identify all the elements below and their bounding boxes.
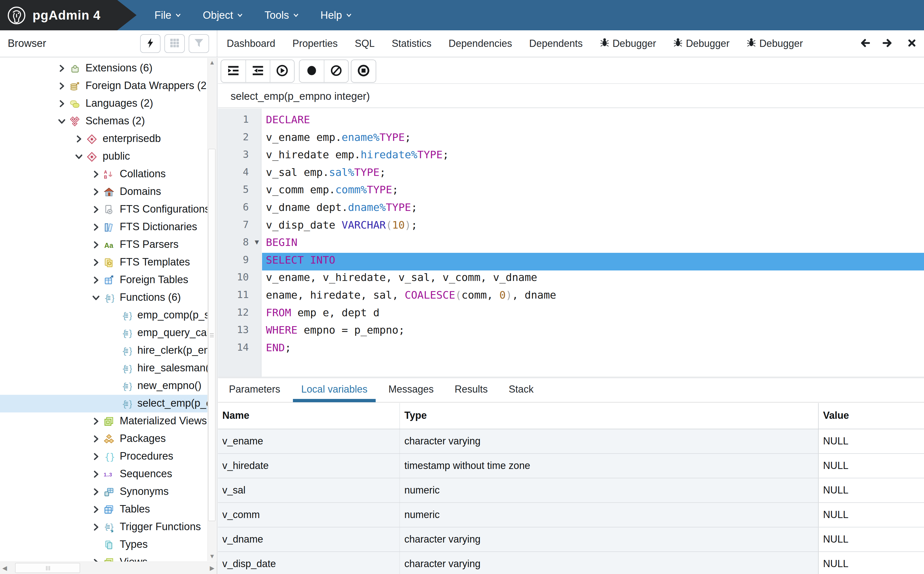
- gutter-line-number[interactable]: 12: [237, 307, 249, 318]
- tree-item-languages-2[interactable]: Languages (2): [0, 95, 208, 112]
- scroll-up-icon[interactable]: ▲: [208, 58, 216, 67]
- tab-dashboard[interactable]: Dashboard: [227, 38, 275, 49]
- tree-item-functions-6[interactable]: {}Functions (6): [0, 289, 208, 307]
- clear-breakpoints-button[interactable]: [324, 60, 348, 82]
- panel-tab-stack[interactable]: Stack: [500, 378, 542, 402]
- tree-item-sequences[interactable]: 1..3Sequences: [0, 465, 208, 483]
- panel-tab-messages[interactable]: Messages: [380, 378, 442, 402]
- forward-button[interactable]: [881, 36, 895, 51]
- tree-item-procedures[interactable]: {}Procedures: [0, 448, 208, 465]
- chevron-right-icon[interactable]: [91, 205, 101, 214]
- back-button[interactable]: [857, 36, 872, 51]
- chevron-right-icon[interactable]: [57, 63, 67, 73]
- tree-item-trigger-functions[interactable]: {}Trigger Functions: [0, 518, 208, 536]
- continue-button[interactable]: [270, 60, 294, 82]
- stop-button[interactable]: [351, 60, 376, 82]
- quick-search-button[interactable]: [140, 34, 161, 53]
- cell-value[interactable]: NULL: [818, 478, 924, 502]
- gutter-line-number[interactable]: 9: [243, 254, 249, 265]
- tree-item-foreign-data-wrappers-2[interactable]: Foreign Data Wrappers (2: [0, 77, 208, 95]
- gutter-line-number[interactable]: 8: [243, 236, 249, 248]
- cell-value[interactable]: NULL: [818, 503, 924, 527]
- tree-item-fts-dictionaries[interactable]: FTS Dictionaries: [0, 218, 208, 236]
- close-button[interactable]: [905, 36, 919, 51]
- gutter-line-number[interactable]: 13: [237, 324, 249, 335]
- gutter-line-number[interactable]: 7: [243, 219, 249, 230]
- gutter-line-number[interactable]: 1: [243, 114, 249, 125]
- tree-item-schemas-2[interactable]: Schemas (2): [0, 112, 208, 130]
- step-over-button[interactable]: [245, 60, 270, 82]
- tab-debugger[interactable]: Debugger: [673, 38, 730, 50]
- panel-tab-results[interactable]: Results: [446, 378, 496, 402]
- toggle-breakpoint-button[interactable]: [300, 60, 324, 82]
- tab-sql[interactable]: SQL: [355, 38, 374, 49]
- gutter-line-number[interactable]: 5: [243, 184, 249, 195]
- breakpoint-marker-icon[interactable]: ▼: [253, 238, 261, 246]
- filter-button[interactable]: [189, 34, 209, 53]
- tree-item-select-emp-p-e[interactable]: {}select_emp(p_e: [0, 395, 208, 412]
- tree-item-fts-parsers[interactable]: AaFTS Parsers: [0, 236, 208, 254]
- tree-item-emp-comp-p-s[interactable]: {}emp_comp(p_s: [0, 307, 208, 324]
- chevron-right-icon[interactable]: [91, 469, 101, 479]
- gutter-line-number[interactable]: 6: [243, 201, 249, 213]
- chevron-right-icon[interactable]: [74, 134, 84, 144]
- tree-item-hire-salesman[interactable]: {}hire_salesman(: [0, 360, 208, 377]
- tree-item-foreign-tables[interactable]: Foreign Tables: [0, 271, 208, 289]
- cell-value[interactable]: NULL: [818, 527, 924, 551]
- tree-item-emp-query-cal[interactable]: {}emp_query_cal: [0, 324, 208, 342]
- vertical-scroll-thumb[interactable]: [208, 149, 215, 521]
- chevron-right-icon[interactable]: [91, 257, 101, 267]
- gutter-line-number[interactable]: 2: [243, 131, 249, 142]
- horizontal-scroll-thumb[interactable]: [15, 563, 80, 573]
- chevron-down-icon[interactable]: [57, 116, 67, 126]
- chevron-right-icon[interactable]: [91, 275, 101, 285]
- tree-item-domains[interactable]: Domains: [0, 183, 208, 201]
- chevron-right-icon[interactable]: [91, 434, 101, 444]
- sidebar-horizontal-scrollbar[interactable]: ◀ ▶: [0, 561, 217, 574]
- tree-item-fts-templates[interactable]: FTS Templates: [0, 254, 208, 271]
- chevron-right-icon[interactable]: [57, 99, 67, 109]
- tab-properties[interactable]: Properties: [292, 38, 338, 49]
- tab-dependents[interactable]: Dependents: [529, 38, 583, 49]
- tree-item-new-empno[interactable]: {}new_empno(): [0, 377, 208, 395]
- tree-item-collations[interactable]: ABCollations: [0, 166, 208, 183]
- editor-gutter[interactable]: 12345678▼91011121314: [218, 109, 262, 377]
- tree-item-materialized-views[interactable]: Materialized Views: [0, 412, 208, 430]
- menu-help[interactable]: Help: [321, 9, 352, 21]
- chevron-right-icon[interactable]: [91, 416, 101, 426]
- cell-value[interactable]: NULL: [818, 552, 924, 574]
- tree-item-packages[interactable]: Packages: [0, 430, 208, 448]
- scroll-left-icon[interactable]: ◀: [0, 562, 9, 574]
- gutter-line-number[interactable]: 11: [237, 289, 249, 300]
- chevron-right-icon[interactable]: [91, 522, 101, 532]
- cell-value[interactable]: NULL: [818, 454, 924, 478]
- tab-dependencies[interactable]: Dependencies: [449, 38, 512, 49]
- panel-tab-parameters[interactable]: Parameters: [221, 378, 289, 402]
- tree-item-enterprisedb[interactable]: enterprisedb: [0, 130, 208, 148]
- tree-item-public[interactable]: public: [0, 148, 208, 166]
- chevron-right-icon[interactable]: [91, 240, 101, 250]
- scroll-down-icon[interactable]: ▼: [208, 552, 216, 561]
- tree-item-extensions-6[interactable]: Extensions (6): [0, 60, 208, 77]
- chevron-right-icon[interactable]: [91, 505, 101, 514]
- chevron-right-icon[interactable]: [91, 169, 101, 179]
- gutter-line-number[interactable]: 3: [243, 148, 249, 160]
- menu-tools[interactable]: Tools: [264, 9, 300, 21]
- tab-statistics[interactable]: Statistics: [392, 38, 431, 49]
- scroll-right-icon[interactable]: ▶: [207, 562, 217, 574]
- gutter-line-number[interactable]: 10: [237, 271, 249, 282]
- tree-item-types[interactable]: Types: [0, 536, 208, 554]
- gutter-line-number[interactable]: 14: [237, 342, 249, 353]
- cell-value[interactable]: NULL: [818, 429, 924, 453]
- chevron-right-icon[interactable]: [57, 81, 67, 91]
- chevron-right-icon[interactable]: [91, 487, 101, 497]
- menu-file[interactable]: File: [155, 9, 182, 21]
- chevron-down-icon[interactable]: [91, 293, 101, 303]
- menu-object[interactable]: Object: [203, 9, 243, 21]
- sidebar-vertical-scrollbar[interactable]: ▲ ▼: [207, 58, 216, 561]
- chevron-right-icon[interactable]: [91, 222, 101, 232]
- tree-item-tables[interactable]: Tables: [0, 501, 208, 518]
- step-into-button[interactable]: [221, 60, 245, 82]
- chevron-right-icon[interactable]: [91, 187, 101, 197]
- gutter-line-number[interactable]: 4: [243, 166, 249, 178]
